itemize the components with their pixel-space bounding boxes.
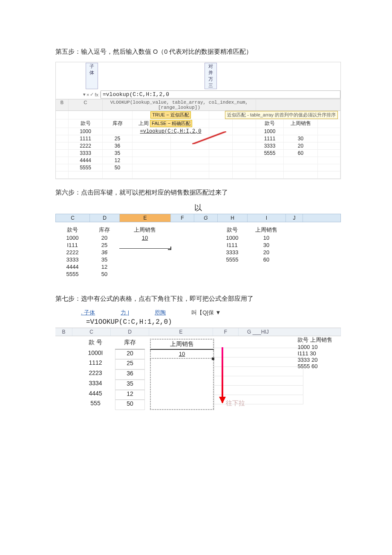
cell[interactable]: 20 [115, 349, 145, 360]
cell[interactable]: 5555 [256, 150, 284, 157]
cell[interactable]: 3333 [217, 249, 247, 256]
cell[interactable]: 1000I [78, 349, 112, 360]
cell[interactable]: 4444 [69, 157, 103, 164]
col-B[interactable]: B [55, 328, 72, 336]
enter-icon[interactable]: ✓ [90, 92, 94, 97]
right-hdr-kh: 款号 [256, 119, 284, 128]
cell[interactable]: 30 [284, 135, 318, 142]
cell[interactable]: 20 [89, 234, 119, 241]
cell[interactable]: I111 [55, 241, 89, 249]
cell[interactable]: 12 [115, 390, 145, 400]
tab-merge[interactable]: 对并万三 [205, 63, 217, 89]
col-C[interactable]: C [69, 99, 103, 110]
cell[interactable]: 50 [89, 270, 119, 278]
right-row: 3333 20 [297, 357, 332, 363]
cell[interactable]: 50 [115, 400, 145, 410]
cell[interactable]: 555 [78, 400, 112, 410]
hint-true-badge[interactable]: TRUE − 近似匹配 [150, 111, 190, 119]
cell[interactable] [103, 128, 133, 135]
cell[interactable]: 50 [103, 164, 133, 171]
namebox-dropdown-icon[interactable]: ▾ [83, 92, 86, 97]
cell[interactable]: 2222 [55, 249, 89, 256]
left-hdr-kc: 库存 [103, 119, 133, 128]
hint-false-badge[interactable]: FALSE − 精确匹配 [150, 120, 192, 127]
cell[interactable]: 1000 [217, 234, 247, 241]
cell[interactable]: 36 [89, 249, 119, 256]
cell[interactable]: 5555 [55, 270, 89, 278]
formula-input[interactable]: =vlookup(C:C,H:I,2,0 [101, 90, 340, 99]
tooltip-approx: 近似匹配 - table_array 的首列中的值必须以升序排序 [225, 111, 338, 119]
cell[interactable]: 36 [115, 369, 145, 380]
cancel-icon[interactable]: × [86, 92, 89, 97]
cell[interactable]: 60 [284, 150, 318, 157]
step5-title: 第五步：输入逗号，然后输入数值 O（0 代表对比的数据要精准匹配） [55, 48, 341, 56]
cell[interactable]: 2223 [78, 369, 112, 380]
cell[interactable]: 12 [103, 157, 133, 164]
ribbon-tabs-7: . 子体 力 | 咫陶 叫【Q[保 ▼ [55, 309, 341, 317]
col-C[interactable]: C [72, 328, 111, 336]
cell[interactable]: 12 [89, 263, 119, 270]
cell[interactable]: 36 [103, 142, 133, 149]
cell[interactable]: 1000 [69, 128, 103, 135]
hdr-kh: 款号 [55, 226, 89, 234]
cell[interactable]: 5555 [217, 256, 247, 263]
cell[interactable]: 35 [89, 256, 119, 263]
cell[interactable]: 5555 [69, 164, 103, 171]
cell[interactable]: 1000 [256, 128, 284, 135]
cell[interactable] [284, 128, 318, 135]
cell[interactable]: 25 [103, 135, 133, 142]
col-B[interactable]: B [56, 99, 69, 110]
tab-a[interactable]: . 子体 [81, 309, 95, 317]
col-F[interactable]: F [213, 328, 239, 336]
cell-result[interactable]: 10 [119, 234, 170, 241]
formula-bar-7[interactable]: =V1OOKUP(C:C,H:1,2,0) [55, 317, 341, 328]
cell[interactable]: 35 [115, 380, 145, 390]
cell[interactable]: 4444 [55, 263, 89, 270]
cell[interactable]: 3333 [256, 142, 284, 149]
cell[interactable]: 60 [247, 256, 285, 263]
col-G[interactable]: G [194, 214, 218, 222]
col-I[interactable]: I [248, 214, 286, 222]
col-J[interactable]: J [286, 214, 303, 222]
hdr2-kh: 款号 [217, 226, 247, 234]
cell[interactable]: 20 [284, 142, 318, 149]
cell[interactable]: 30 [247, 241, 285, 249]
drag-range[interactable] [150, 359, 214, 410]
fx-icon[interactable]: fx [95, 92, 98, 97]
cell[interactable]: 1112 [78, 359, 112, 369]
cell[interactable]: 1111 [256, 135, 284, 142]
col-E[interactable]: E [149, 328, 213, 336]
col-H[interactable]: H [218, 214, 248, 222]
col-rest[interactable]: G ___HIJ [239, 328, 341, 336]
cell[interactable]: 3334 [78, 380, 112, 390]
cell[interactable]: 3333 [55, 256, 89, 263]
hdr-kh: 款 号 [78, 339, 112, 349]
cell[interactable]: 1111 [69, 135, 103, 142]
col-C[interactable]: C [56, 214, 90, 222]
cell[interactable]: 25 [89, 241, 119, 249]
cell[interactable]: 1000 [55, 234, 89, 241]
cell[interactable]: I111 [217, 241, 247, 249]
cell[interactable]: 3333 [69, 150, 103, 157]
tab-c[interactable]: 咫陶 [155, 309, 166, 317]
step5-screenshot: 子体 对并万三 ▾ × ✓ fx =vlookup(C:C,H:I,2,0 B … [55, 62, 341, 179]
cell[interactable]: 2222 [69, 142, 103, 149]
right-hdr-sz: 上周销售 [284, 119, 318, 128]
cell[interactable]: 4445 [78, 390, 112, 400]
cell[interactable]: 10 [247, 234, 285, 241]
col-F[interactable]: F [171, 214, 194, 222]
tab-d[interactable]: 叫【Q[保 ▼ [191, 309, 221, 317]
sheet-body-7: 款 号 库存 1000I20 111225 222336 333435 4445… [55, 336, 341, 414]
tab-b[interactable]: 力 | [121, 309, 129, 317]
cell[interactable]: 20 [247, 249, 285, 256]
col-D[interactable]: D [111, 328, 149, 336]
col-E-selected[interactable]: E [120, 214, 171, 222]
hdr2-combined: 款号 上周销售 [297, 336, 332, 344]
cell[interactable]: 25 [115, 359, 145, 369]
tab-font[interactable]: 子体 [86, 63, 98, 89]
col-D[interactable]: D [90, 214, 120, 222]
cell-val-10[interactable]: 10 [150, 350, 214, 359]
active-cell-with-handle[interactable] [119, 241, 170, 249]
selected-column-E[interactable]: 上周销售 10 [150, 339, 214, 410]
cell[interactable]: 35 [103, 150, 133, 157]
